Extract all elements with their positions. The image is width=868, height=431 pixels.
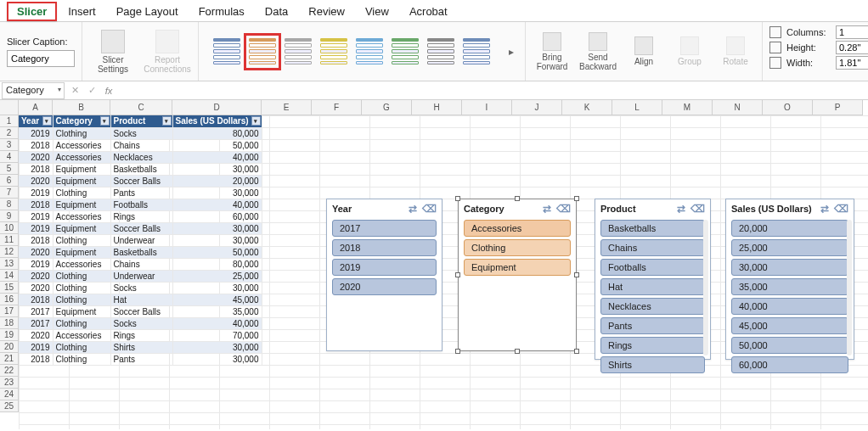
filter-dropdown-icon[interactable]: ▾: [251, 116, 261, 126]
col-header-G[interactable]: G: [362, 100, 412, 115]
slicer-item[interactable]: Shirts: [600, 356, 705, 373]
row-header-1[interactable]: 1: [0, 115, 19, 127]
table-header-category[interactable]: Category▾: [53, 115, 110, 127]
slicer-item[interactable]: Basketballs: [600, 220, 705, 237]
cell[interactable]: Soccer Balls: [110, 222, 172, 234]
tab-formulas[interactable]: Formulas: [189, 2, 255, 21]
row-header-23[interactable]: 23: [0, 377, 19, 389]
row-header-9[interactable]: 9: [0, 210, 19, 222]
cell[interactable]: Basketballs: [110, 163, 172, 175]
table-row[interactable]: 2020ClothingUnderwear25,000: [19, 270, 262, 282]
tab-insert[interactable]: Insert: [58, 2, 106, 21]
table-header-year[interactable]: Year▾: [19, 115, 53, 127]
resize-handle[interactable]: [515, 196, 520, 201]
row-header-24[interactable]: 24: [0, 389, 19, 400]
tab-review[interactable]: Review: [298, 2, 355, 21]
col-header-H[interactable]: H: [412, 100, 462, 115]
cell[interactable]: Rings: [110, 210, 172, 222]
cell[interactable]: 2018: [19, 199, 53, 210]
cell[interactable]: Chains: [110, 139, 172, 151]
cell[interactable]: 30,000: [172, 163, 262, 175]
slicer-item[interactable]: 2020: [332, 278, 437, 295]
cell[interactable]: 60,000: [172, 210, 262, 222]
cell[interactable]: Clothing: [53, 341, 110, 353]
col-header-L[interactable]: L: [612, 100, 662, 115]
cell[interactable]: Socks: [110, 317, 172, 329]
width-input[interactable]: [836, 56, 868, 70]
cell[interactable]: Equipment: [53, 175, 110, 187]
clear-filter-icon[interactable]: ⌫: [556, 203, 571, 215]
multi-select-icon[interactable]: ⇄: [543, 203, 551, 215]
cell[interactable]: Hat: [110, 294, 172, 305]
slicer-item[interactable]: 2018: [332, 239, 437, 256]
cell[interactable]: Socks: [110, 127, 172, 139]
col-header-B[interactable]: B: [53, 100, 110, 115]
row-header-21[interactable]: 21: [0, 353, 19, 365]
slicer-item[interactable]: 25,000: [731, 239, 848, 256]
cell[interactable]: Clothing: [53, 282, 110, 294]
cell[interactable]: 50,000: [172, 139, 262, 151]
cell[interactable]: Clothing: [53, 317, 110, 329]
table-row[interactable]: 2019EquipmentSoccer Balls30,000: [19, 222, 262, 234]
row-header-17[interactable]: 17: [0, 305, 19, 317]
filter-dropdown-icon[interactable]: ▾: [100, 116, 110, 126]
table-row[interactable]: 2018ClothingPants30,000: [19, 353, 262, 365]
table-row[interactable]: 2020AccessoriesNecklaces40,000: [19, 151, 262, 163]
cell[interactable]: 2017: [19, 305, 53, 317]
tab-acrobat[interactable]: Acrobat: [399, 2, 458, 21]
cell[interactable]: Shirts: [110, 341, 172, 353]
multi-select-icon[interactable]: ⇄: [677, 203, 685, 215]
row-header-5[interactable]: 5: [0, 163, 19, 175]
resize-handle[interactable]: [574, 196, 579, 201]
cell[interactable]: Equipment: [53, 199, 110, 210]
cell[interactable]: Accessories: [53, 258, 110, 270]
col-header-J[interactable]: J: [512, 100, 562, 115]
cell[interactable]: 40,000: [172, 151, 262, 163]
cell[interactable]: 2020: [19, 270, 53, 282]
cell[interactable]: 80,000: [172, 127, 262, 139]
row-header-14[interactable]: 14: [0, 270, 19, 282]
slicer-year[interactable]: Year ⇄⌫ 2017201820192020: [326, 199, 442, 351]
filter-dropdown-icon[interactable]: ▾: [42, 116, 52, 126]
slicer-style-5[interactable]: [389, 36, 421, 68]
table-row[interactable]: 2019AccessoriesRings60,000: [19, 210, 262, 222]
cell[interactable]: Rings: [110, 329, 172, 341]
table-row[interactable]: 2019AccessoriesChains80,000: [19, 258, 262, 270]
row-header-7[interactable]: 7: [0, 187, 19, 199]
table-row[interactable]: 2019ClothingShirts30,000: [19, 341, 262, 353]
row-header-18[interactable]: 18: [0, 317, 19, 329]
cell[interactable]: Accessories: [53, 151, 110, 163]
cell[interactable]: 45,000: [172, 294, 262, 305]
slicer-item[interactable]: Pants: [600, 317, 705, 334]
cell[interactable]: 70,000: [172, 329, 262, 341]
bring-forward-button[interactable]: Bring Forward: [533, 32, 572, 71]
table-row[interactable]: 2020AccessoriesRings70,000: [19, 329, 262, 341]
slicer-item[interactable]: 35,000: [731, 278, 848, 295]
name-box[interactable]: Category▾: [2, 82, 65, 99]
slicer-item[interactable]: Chains: [600, 239, 705, 256]
cell[interactable]: Equipment: [53, 246, 110, 258]
cell[interactable]: Clothing: [53, 353, 110, 365]
slicer-item[interactable]: Rings: [600, 337, 705, 354]
slicer-item[interactable]: 45,000: [731, 317, 848, 334]
cell[interactable]: 2020: [19, 329, 53, 341]
slicer-item[interactable]: Accessories: [464, 220, 571, 237]
cell[interactable]: 50,000: [172, 246, 262, 258]
cell[interactable]: Accessories: [53, 329, 110, 341]
slicer-style-0[interactable]: [211, 36, 243, 68]
col-header-K[interactable]: K: [562, 100, 612, 115]
resize-handle[interactable]: [455, 272, 460, 277]
cell[interactable]: 80,000: [172, 258, 262, 270]
cell[interactable]: 25,000: [172, 270, 262, 282]
col-header-D[interactable]: D: [172, 100, 262, 115]
cell[interactable]: 2019: [19, 222, 53, 234]
slicer-scrollbar[interactable]: [703, 220, 708, 355]
slicer-item[interactable]: Clothing: [464, 239, 571, 256]
cell[interactable]: Basketballs: [110, 246, 172, 258]
row-header-6[interactable]: 6: [0, 175, 19, 187]
multi-select-icon[interactable]: ⇄: [820, 203, 829, 215]
row-header-19[interactable]: 19: [0, 329, 19, 341]
cell[interactable]: Equipment: [53, 163, 110, 175]
resize-handle[interactable]: [574, 349, 579, 354]
cell[interactable]: Clothing: [53, 127, 110, 139]
